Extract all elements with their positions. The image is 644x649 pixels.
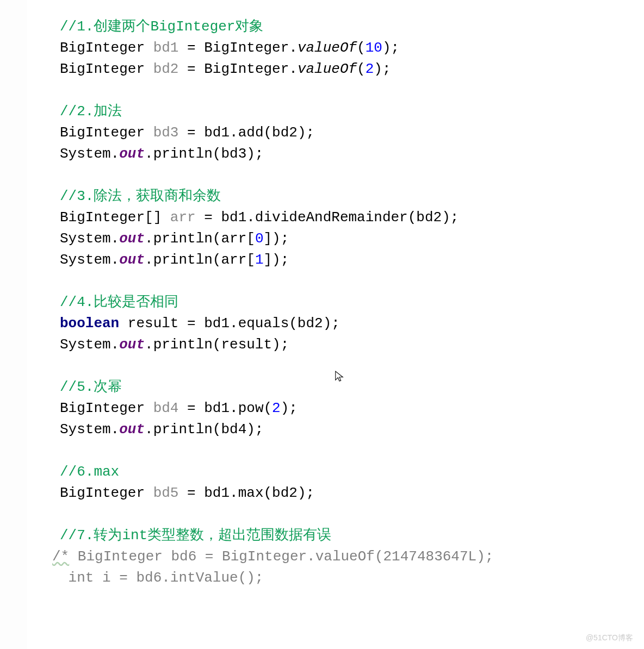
code-block: //1.创建两个BigInteger对象 BigInteger bd1 = Bi… xyxy=(60,16,622,589)
code-line: BigInteger bd2 = BigInteger.valueOf(2); xyxy=(60,61,391,77)
code-line: System.out.println(result); xyxy=(60,336,289,353)
code-line: System.out.println(arr[1]); xyxy=(60,252,289,268)
comment-line: //4.比较是否相同 xyxy=(60,294,178,310)
code-line: BigInteger bd1 = BigInteger.valueOf(10); xyxy=(60,40,399,56)
comment-line: //3.除法，获取商和余数 xyxy=(60,188,221,204)
comment-line: //5.次幂 xyxy=(60,379,122,395)
code-editor-content: //1.创建两个BigInteger对象 BigInteger bd1 = Bi… xyxy=(27,0,644,649)
code-line: BigInteger bd3 = bd1.add(bd2); xyxy=(60,124,314,141)
code-line: BigInteger[] arr = bd1.divideAndRemainde… xyxy=(60,209,459,226)
editor-gutter xyxy=(0,0,28,649)
cursor-icon xyxy=(335,370,344,383)
code-line: int i = bd6.intValue(); xyxy=(60,570,263,586)
watermark-text: @51CTO博客 xyxy=(586,632,633,644)
comment-line: //2.加法 xyxy=(60,103,122,120)
code-line: System.out.println(arr[0]); xyxy=(60,230,289,247)
comment-line: //1.创建两个BigInteger对象 xyxy=(60,18,263,35)
code-line: boolean result = bd1.equals(bd2); xyxy=(60,315,340,332)
code-line: BigInteger bd4 = bd1.pow(2); xyxy=(60,400,298,416)
code-line: /* BigInteger bd6 = BigInteger.valueOf(2… xyxy=(52,548,493,565)
code-line: BigInteger bd5 = bd1.max(bd2); xyxy=(60,485,314,501)
comment-line: //7.转为int类型整数，超出范围数据有误 xyxy=(60,527,331,544)
comment-line: //6.max xyxy=(60,464,119,480)
code-line: System.out.println(bd3); xyxy=(60,146,263,162)
code-line: System.out.println(bd4); xyxy=(60,421,263,438)
